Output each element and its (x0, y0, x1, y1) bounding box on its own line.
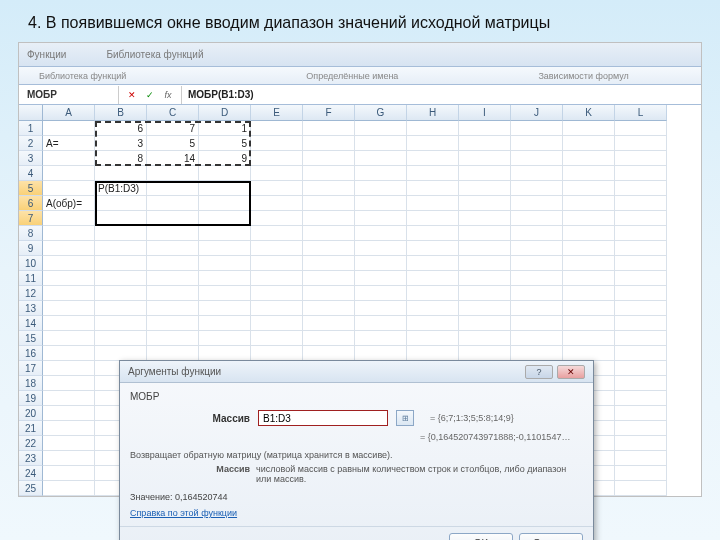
ok-button[interactable]: OK (449, 533, 513, 540)
cell-J7[interactable] (511, 211, 563, 226)
cell-K16[interactable] (563, 346, 615, 361)
cell-K1[interactable] (563, 121, 615, 136)
range-selector-icon[interactable]: ⊞ (396, 410, 414, 426)
cell-L11[interactable] (615, 271, 667, 286)
ribbon-item[interactable]: Библиотека функций (106, 49, 203, 60)
fx-icon[interactable]: fx (161, 88, 175, 102)
cell-J6[interactable] (511, 196, 563, 211)
cell-H8[interactable] (407, 226, 459, 241)
cell-L1[interactable] (615, 121, 667, 136)
row-header-22[interactable]: 22 (19, 436, 43, 451)
cell-H9[interactable] (407, 241, 459, 256)
cell-B5[interactable]: Р(B1:D3) (95, 181, 147, 196)
cell-I11[interactable] (459, 271, 511, 286)
row-header-20[interactable]: 20 (19, 406, 43, 421)
row-header-15[interactable]: 15 (19, 331, 43, 346)
cell-K15[interactable] (563, 331, 615, 346)
cell-K14[interactable] (563, 316, 615, 331)
cell-I7[interactable] (459, 211, 511, 226)
cell-L24[interactable] (615, 466, 667, 481)
cell-B9[interactable] (95, 241, 147, 256)
cell-E11[interactable] (251, 271, 303, 286)
cell-D9[interactable] (199, 241, 251, 256)
formula-input[interactable]: МОБР(B1:D3) (182, 89, 260, 100)
cell-A1[interactable] (43, 121, 95, 136)
cell-E4[interactable] (251, 166, 303, 181)
row-header-14[interactable]: 14 (19, 316, 43, 331)
cell-G7[interactable] (355, 211, 407, 226)
row-header-24[interactable]: 24 (19, 466, 43, 481)
row-header-2[interactable]: 2 (19, 136, 43, 151)
col-header-C[interactable]: C (147, 105, 199, 121)
row-header-10[interactable]: 10 (19, 256, 43, 271)
cell-J14[interactable] (511, 316, 563, 331)
cell-B8[interactable] (95, 226, 147, 241)
cell-A17[interactable] (43, 361, 95, 376)
cell-I6[interactable] (459, 196, 511, 211)
cell-D12[interactable] (199, 286, 251, 301)
cell-A5[interactable] (43, 181, 95, 196)
col-header-D[interactable]: D (199, 105, 251, 121)
row-header-16[interactable]: 16 (19, 346, 43, 361)
cell-L2[interactable] (615, 136, 667, 151)
cell-A19[interactable] (43, 391, 95, 406)
cell-A7[interactable] (43, 211, 95, 226)
row-header-18[interactable]: 18 (19, 376, 43, 391)
col-header-F[interactable]: F (303, 105, 355, 121)
cell-E15[interactable] (251, 331, 303, 346)
cell-E16[interactable] (251, 346, 303, 361)
cell-K3[interactable] (563, 151, 615, 166)
cell-I8[interactable] (459, 226, 511, 241)
cell-H1[interactable] (407, 121, 459, 136)
cell-L4[interactable] (615, 166, 667, 181)
cell-L14[interactable] (615, 316, 667, 331)
cell-B16[interactable] (95, 346, 147, 361)
cell-J13[interactable] (511, 301, 563, 316)
row-header-9[interactable]: 9 (19, 241, 43, 256)
cell-J9[interactable] (511, 241, 563, 256)
cell-H6[interactable] (407, 196, 459, 211)
cell-L20[interactable] (615, 406, 667, 421)
cell-E7[interactable] (251, 211, 303, 226)
row-header-5[interactable]: 5 (19, 181, 43, 196)
cell-J15[interactable] (511, 331, 563, 346)
cell-G3[interactable] (355, 151, 407, 166)
cell-C8[interactable] (147, 226, 199, 241)
cell-J16[interactable] (511, 346, 563, 361)
cell-G15[interactable] (355, 331, 407, 346)
cell-H16[interactable] (407, 346, 459, 361)
cell-C10[interactable] (147, 256, 199, 271)
cell-D4[interactable] (199, 166, 251, 181)
cell-B1[interactable]: 6 (95, 121, 147, 136)
cell-H15[interactable] (407, 331, 459, 346)
cell-E8[interactable] (251, 226, 303, 241)
cell-A11[interactable] (43, 271, 95, 286)
cell-E9[interactable] (251, 241, 303, 256)
cell-F2[interactable] (303, 136, 355, 151)
cell-G11[interactable] (355, 271, 407, 286)
cell-B14[interactable] (95, 316, 147, 331)
cell-F1[interactable] (303, 121, 355, 136)
cell-F5[interactable] (303, 181, 355, 196)
cell-B11[interactable] (95, 271, 147, 286)
cell-A14[interactable] (43, 316, 95, 331)
cell-L17[interactable] (615, 361, 667, 376)
cell-H10[interactable] (407, 256, 459, 271)
cell-E10[interactable] (251, 256, 303, 271)
cell-J5[interactable] (511, 181, 563, 196)
cell-L12[interactable] (615, 286, 667, 301)
cell-K2[interactable] (563, 136, 615, 151)
cell-L10[interactable] (615, 256, 667, 271)
cell-C15[interactable] (147, 331, 199, 346)
col-header-J[interactable]: J (511, 105, 563, 121)
cell-E14[interactable] (251, 316, 303, 331)
cell-I15[interactable] (459, 331, 511, 346)
cell-J11[interactable] (511, 271, 563, 286)
cell-L15[interactable] (615, 331, 667, 346)
cell-D11[interactable] (199, 271, 251, 286)
cell-F8[interactable] (303, 226, 355, 241)
cell-L6[interactable] (615, 196, 667, 211)
cell-I9[interactable] (459, 241, 511, 256)
cell-L9[interactable] (615, 241, 667, 256)
cell-H12[interactable] (407, 286, 459, 301)
